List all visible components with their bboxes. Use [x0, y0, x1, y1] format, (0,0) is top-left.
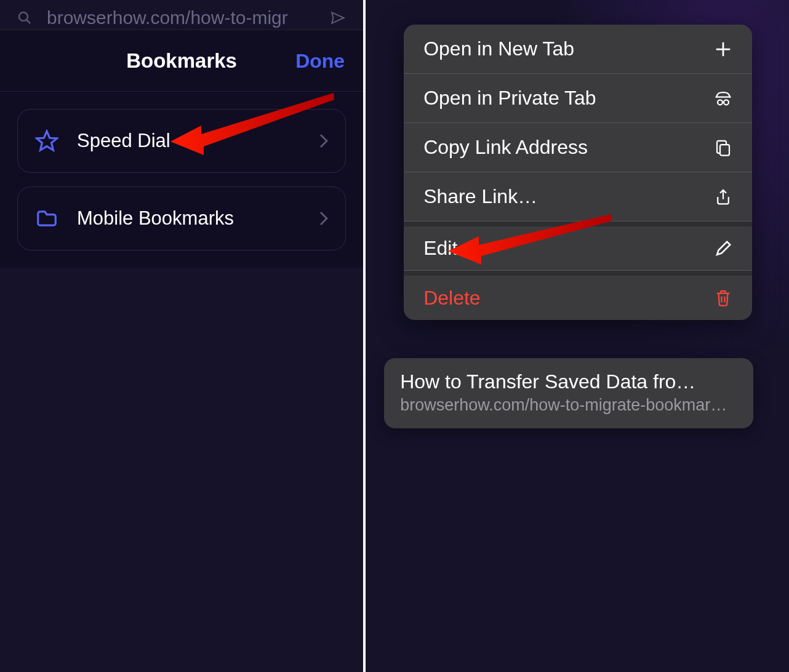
menu-item-edit[interactable]: Edit — [404, 222, 752, 271]
bookmark-title: How to Transfer Saved Data fro… — [400, 370, 737, 393]
menu-item-delete[interactable]: Delete — [404, 271, 752, 320]
address-bar-text: browserhow.com/how-to-migr — [47, 7, 322, 28]
sheet-header: Bookmarks Done — [0, 30, 363, 92]
bookmark-preview-card[interactable]: How to Transfer Saved Data fro… browserh… — [384, 358, 753, 428]
svg-rect-8 — [720, 145, 729, 156]
svg-marker-9 — [448, 214, 612, 265]
send-icon — [330, 10, 346, 26]
page-title: Bookmarks — [126, 49, 237, 73]
plus-icon — [714, 40, 732, 58]
menu-label: Edit — [423, 237, 457, 260]
chevron-right-icon — [319, 211, 328, 226]
trash-icon — [714, 289, 732, 307]
search-icon — [17, 10, 32, 25]
pencil-icon — [714, 239, 732, 258]
folder-list: Speed Dial Mobile — [0, 92, 363, 268]
folder-item-speed-dial[interactable]: Speed Dial — [17, 109, 346, 173]
svg-point-7 — [724, 100, 729, 105]
menu-item-open-new-tab[interactable]: Open in New Tab — [404, 25, 752, 74]
folder-label: Mobile Bookmarks — [77, 207, 319, 230]
chevron-right-icon — [319, 134, 328, 148]
annotation-arrow-edit — [448, 213, 614, 268]
svg-marker-2 — [36, 131, 57, 150]
star-icon — [35, 129, 58, 153]
share-icon — [714, 188, 732, 206]
folder-item-mobile-bookmarks[interactable]: Mobile Bookmarks — [17, 186, 346, 250]
menu-label: Delete — [423, 287, 481, 310]
annotation-arrow-speed-dial — [170, 91, 337, 165]
menu-label: Open in Private Tab — [423, 87, 596, 110]
bookmarks-sheet: Bookmarks Done Speed Dial — [0, 30, 363, 268]
svg-point-0 — [19, 12, 28, 21]
address-bar[interactable]: browserhow.com/how-to-migr — [0, 0, 363, 30]
bookmarks-panel: browserhow.com/how-to-migr Bookmarks Don… — [0, 0, 363, 672]
menu-item-open-private-tab[interactable]: Open in Private Tab — [404, 74, 752, 123]
context-menu: Open in New Tab Open in Private Tab Copy… — [404, 25, 752, 320]
menu-item-copy-link[interactable]: Copy Link Address — [404, 123, 752, 172]
menu-label: Open in New Tab — [423, 38, 574, 60]
svg-point-6 — [718, 100, 723, 105]
menu-label: Copy Link Address — [423, 136, 588, 159]
incognito-icon — [714, 89, 732, 108]
svg-line-1 — [27, 20, 31, 24]
folder-label: Speed Dial — [77, 130, 319, 152]
folder-icon — [35, 207, 58, 230]
bookmark-url: browserhow.com/how-to-migrate-bookmar… — [400, 396, 737, 415]
done-button[interactable]: Done — [295, 49, 345, 72]
menu-item-share-link[interactable]: Share Link… — [404, 172, 752, 222]
copy-icon — [714, 138, 732, 157]
menu-label: Share Link… — [423, 185, 537, 208]
context-menu-panel: Open in New Tab Open in Private Tab Copy… — [366, 0, 789, 672]
